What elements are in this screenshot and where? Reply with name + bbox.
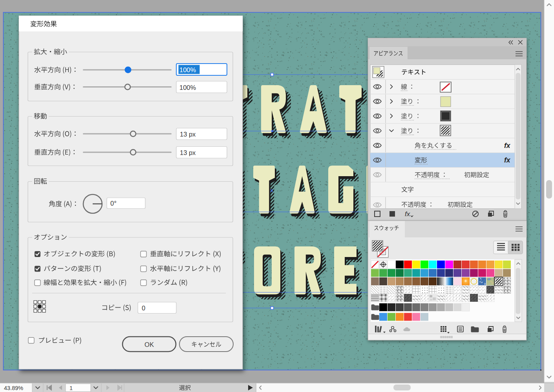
svg-text:100%: 100%	[179, 66, 196, 73]
svg-text:13 px: 13 px	[180, 149, 196, 156]
svg-text:OK: OK	[144, 341, 154, 348]
svg-text:0: 0	[142, 304, 145, 312]
svg-text:43.89%: 43.89%	[4, 385, 23, 391]
svg-text:0°: 0°	[110, 200, 117, 207]
svg-text:fx: fx	[504, 142, 511, 150]
svg-text:1: 1	[69, 385, 73, 391]
svg-text:fx: fx	[504, 156, 511, 164]
svg-text:100%: 100%	[179, 84, 196, 91]
svg-text:fx: fx	[405, 210, 410, 218]
svg-text:13 px: 13 px	[180, 131, 196, 138]
